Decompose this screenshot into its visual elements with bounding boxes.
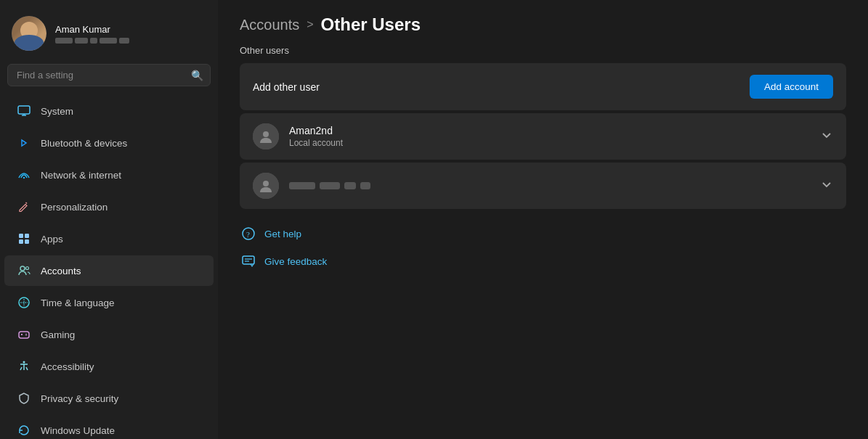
- svg-point-9: [26, 267, 29, 270]
- user-bars: [55, 38, 129, 44]
- avatar-image: [12, 16, 46, 51]
- user-info-0: Aman2nd Local account: [289, 125, 343, 148]
- user-bar: [100, 38, 117, 44]
- svg-point-17: [23, 361, 25, 364]
- user-name: Aman Kumar: [55, 24, 129, 35]
- search-box: 🔍: [7, 64, 211, 86]
- user-card-name-0: Aman2nd: [289, 125, 343, 136]
- sidebar-item-update[interactable]: Windows Update: [4, 415, 214, 439]
- sidebar-label-privacy: Privacy & security: [41, 393, 118, 404]
- sidebar-item-system[interactable]: System: [4, 96, 214, 126]
- sidebar-label-update: Windows Update: [41, 425, 115, 436]
- redacted-bar: [320, 182, 340, 189]
- main-content: Accounts > Other Users Other users Add o…: [218, 0, 868, 439]
- user-bar: [90, 38, 97, 44]
- sidebar-label-network: Network & internet: [41, 170, 121, 181]
- time-icon: [16, 295, 32, 311]
- get-help-label: Get help: [264, 229, 301, 239]
- bluetooth-icon: [16, 135, 32, 151]
- svg-rect-7: [25, 239, 29, 244]
- breadcrumb-current: Other Users: [321, 15, 421, 35]
- sidebar-item-accessibility[interactable]: Accessibility: [4, 351, 214, 382]
- sidebar-label-time: Time & language: [41, 298, 115, 308]
- sidebar-label-gaming: Gaming: [41, 329, 75, 340]
- svg-point-15: [25, 334, 27, 335]
- user-card-left-1: [253, 173, 370, 199]
- sidebar-label-accounts: Accounts: [41, 266, 81, 276]
- section-label: Other users: [240, 45, 846, 56]
- update-icon: [16, 422, 32, 438]
- add-user-card: Add other user Add account: [240, 63, 846, 110]
- chevron-down-icon-1: [820, 178, 833, 194]
- svg-rect-22: [243, 256, 254, 264]
- redacted-bar: [360, 182, 370, 189]
- user-avatar-icon-1: [253, 173, 279, 199]
- search-input[interactable]: [7, 64, 211, 86]
- add-other-user-label: Add other user: [253, 81, 320, 93]
- user-profile[interactable]: Aman Kumar: [0, 9, 218, 64]
- avatar: [12, 16, 46, 51]
- add-account-button[interactable]: Add account: [750, 75, 833, 99]
- svg-point-19: [263, 181, 269, 186]
- sidebar-item-bluetooth[interactable]: Bluetooth & devices: [4, 128, 214, 158]
- sidebar-label-accessibility: Accessibility: [41, 361, 94, 372]
- user-card-1[interactable]: [240, 163, 846, 209]
- get-help-icon: ?: [240, 225, 257, 242]
- network-icon: [16, 167, 32, 183]
- sidebar-item-gaming[interactable]: Gaming: [4, 319, 214, 350]
- svg-rect-4: [19, 234, 23, 238]
- give-feedback-link[interactable]: Give feedback: [240, 250, 846, 273]
- user-bar: [119, 38, 129, 44]
- svg-rect-11: [19, 332, 29, 338]
- sidebar-label-system: System: [41, 106, 73, 117]
- user-card-row-1: [240, 163, 846, 209]
- sidebar-item-apps[interactable]: Apps: [4, 223, 214, 254]
- sidebar-item-privacy[interactable]: Privacy & security: [4, 383, 214, 414]
- user-card-row-0: Aman2nd Local account: [240, 113, 846, 160]
- breadcrumb-separator: >: [307, 18, 313, 31]
- sidebar-label-bluetooth: Bluetooth & devices: [41, 138, 127, 149]
- user-avatar-0: [253, 123, 279, 149]
- personalization-icon: [16, 199, 32, 215]
- breadcrumb-parent[interactable]: Accounts: [240, 17, 299, 33]
- redacted-bar: [344, 182, 356, 189]
- redacted-bars: [289, 182, 370, 189]
- accessibility-icon: [16, 358, 32, 374]
- sidebar-item-time[interactable]: Time & language: [4, 287, 214, 318]
- user-info: Aman Kumar: [55, 24, 129, 44]
- system-icon: [16, 103, 32, 119]
- give-feedback-label: Give feedback: [264, 256, 327, 267]
- search-icon: 🔍: [191, 70, 203, 81]
- get-help-link[interactable]: ? Get help: [240, 222, 846, 245]
- breadcrumb: Accounts > Other Users: [240, 15, 846, 35]
- sidebar-item-accounts[interactable]: Accounts: [4, 255, 214, 286]
- svg-point-8: [20, 266, 25, 271]
- feedback-icon: [240, 253, 257, 270]
- user-avatar-icon-0: [253, 123, 279, 149]
- user-card-type-0: Local account: [289, 138, 343, 148]
- svg-rect-6: [19, 239, 23, 244]
- user-avatar-1: [253, 173, 279, 199]
- help-section: ? Get help Give feedback: [240, 222, 846, 273]
- svg-point-18: [263, 131, 269, 137]
- user-bar: [55, 38, 73, 44]
- svg-rect-0: [18, 106, 30, 114]
- svg-point-3: [23, 177, 25, 179]
- svg-rect-5: [25, 234, 29, 238]
- sidebar-item-network[interactable]: Network & internet: [4, 160, 214, 190]
- gaming-icon: [16, 327, 32, 342]
- sidebar-item-personalization[interactable]: Personalization: [4, 192, 214, 222]
- svg-text:?: ?: [246, 230, 250, 239]
- redacted-bar: [289, 182, 315, 189]
- user-card-left-0: Aman2nd Local account: [253, 123, 343, 149]
- svg-point-16: [25, 335, 27, 336]
- apps-icon: [16, 231, 32, 247]
- accounts-icon: [16, 263, 32, 279]
- sidebar-label-apps: Apps: [41, 234, 63, 245]
- add-user-card-row: Add other user Add account: [240, 63, 846, 110]
- chevron-down-icon-0: [820, 128, 833, 144]
- sidebar: Aman Kumar 🔍 System: [0, 0, 218, 439]
- user-card-0[interactable]: Aman2nd Local account: [240, 113, 846, 160]
- user-bar: [75, 38, 88, 44]
- sidebar-label-personalization: Personalization: [41, 202, 108, 213]
